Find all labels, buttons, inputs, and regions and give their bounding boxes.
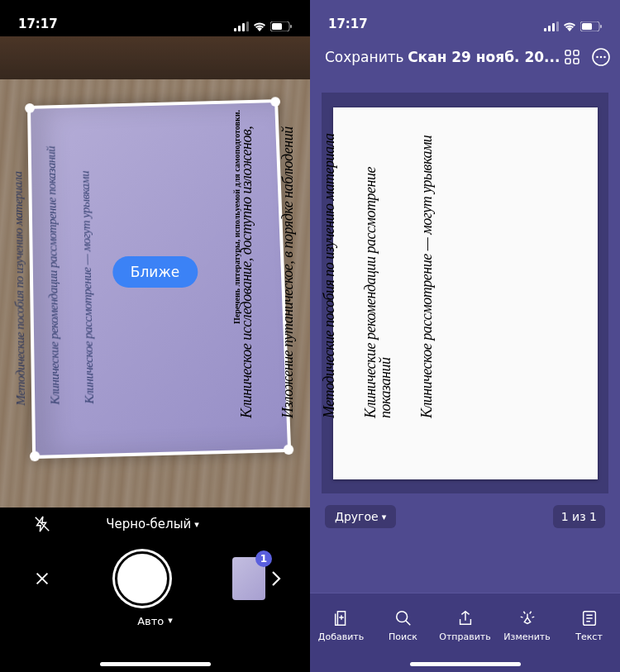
svg-rect-12 bbox=[582, 23, 592, 30]
chevron-down-icon: ▾ bbox=[168, 615, 173, 627]
text-button[interactable]: Текст bbox=[558, 593, 620, 672]
svg-rect-10 bbox=[556, 21, 559, 31]
camera-bottom-bar: 1 Авто ▾ bbox=[0, 541, 310, 672]
edit-label: Изменить bbox=[503, 631, 550, 642]
edit-button[interactable]: Изменить bbox=[496, 593, 558, 672]
wifi-icon bbox=[253, 21, 266, 31]
chevron-down-icon: ▾ bbox=[194, 519, 199, 530]
save-button[interactable]: Сохранить bbox=[325, 49, 404, 65]
status-indicators bbox=[234, 21, 292, 31]
svg-rect-8 bbox=[548, 26, 551, 31]
add-label: Добавить bbox=[318, 631, 364, 642]
meta-row: Другое ▾ 1 из 1 bbox=[310, 493, 620, 536]
svg-rect-16 bbox=[565, 59, 570, 64]
svg-point-21 bbox=[603, 56, 606, 59]
scanned-page[interactable]: Перечень литературы, испольуемой для сам… bbox=[333, 107, 598, 479]
send-label: Отправить bbox=[439, 631, 491, 642]
svg-rect-3 bbox=[246, 21, 249, 31]
add-button[interactable]: Добавить bbox=[310, 593, 372, 672]
document-title[interactable]: Скан 29 нояб. 20... bbox=[408, 49, 560, 65]
more-icon[interactable] bbox=[592, 48, 610, 66]
battery-icon bbox=[270, 21, 292, 31]
capture-mode-select[interactable]: Авто ▾ bbox=[0, 615, 310, 627]
battery-icon bbox=[580, 21, 602, 31]
grid-icon[interactable] bbox=[564, 49, 580, 65]
svg-rect-17 bbox=[574, 59, 579, 64]
scan-preview-area[interactable]: Перечень литературы, испольуемой для сам… bbox=[322, 93, 608, 493]
svg-rect-2 bbox=[242, 23, 245, 31]
send-button[interactable]: Отправить bbox=[434, 593, 496, 672]
status-time: 17:17 bbox=[18, 17, 58, 31]
close-button[interactable] bbox=[33, 570, 51, 588]
search-button[interactable]: Поиск bbox=[372, 593, 434, 672]
search-label: Поиск bbox=[389, 631, 417, 642]
svg-rect-15 bbox=[574, 50, 579, 55]
home-indicator[interactable] bbox=[410, 662, 521, 666]
text-label: Текст bbox=[575, 631, 603, 642]
scan-count-badge: 1 bbox=[255, 550, 272, 567]
svg-point-20 bbox=[600, 56, 603, 59]
tag-label: Другое bbox=[335, 510, 379, 523]
document-handwriting: Клиническое исследование, доступно излож… bbox=[239, 104, 434, 418]
page-indicator: 1 из 1 bbox=[553, 505, 605, 528]
status-bar: 17:17 bbox=[310, 0, 620, 36]
capture-mode-label: Авто bbox=[137, 615, 164, 627]
scan-result-screen: 17:17 Сохранить Скан 29 нояб. 20... bbox=[310, 0, 620, 672]
svg-rect-5 bbox=[272, 23, 282, 30]
cellular-icon bbox=[544, 21, 559, 31]
color-filter-label: Черно-белый bbox=[106, 517, 191, 531]
svg-point-19 bbox=[596, 56, 599, 59]
status-bar: 17:17 bbox=[0, 0, 310, 36]
shutter-button[interactable] bbox=[115, 551, 169, 606]
color-filter-select[interactable]: Черно-белый ▾ bbox=[106, 517, 199, 531]
status-time: 17:17 bbox=[328, 17, 368, 31]
svg-rect-14 bbox=[565, 50, 570, 55]
svg-point-22 bbox=[396, 611, 407, 622]
chevron-right-icon[interactable] bbox=[270, 570, 282, 588]
svg-rect-6 bbox=[290, 25, 292, 28]
result-header: Сохранить Скан 29 нояб. 20... bbox=[310, 36, 620, 78]
home-indicator[interactable] bbox=[100, 662, 211, 666]
scan-thumbnail[interactable]: 1 bbox=[232, 557, 265, 600]
status-indicators bbox=[544, 21, 602, 31]
thumbnail-stack[interactable]: 1 bbox=[232, 557, 282, 600]
proximity-hint: Ближе bbox=[112, 256, 198, 288]
camera-options-strip: Черно-белый ▾ bbox=[0, 508, 310, 541]
tag-select[interactable]: Другое ▾ bbox=[325, 505, 396, 528]
svg-rect-7 bbox=[544, 28, 546, 31]
wifi-icon bbox=[563, 21, 576, 31]
svg-rect-13 bbox=[600, 25, 602, 28]
flash-off-icon[interactable] bbox=[33, 515, 51, 533]
svg-rect-9 bbox=[552, 23, 555, 31]
bottom-toolbar: Добавить Поиск Отправить Изменить Текст bbox=[310, 593, 620, 672]
chevron-down-icon: ▾ bbox=[382, 512, 387, 522]
